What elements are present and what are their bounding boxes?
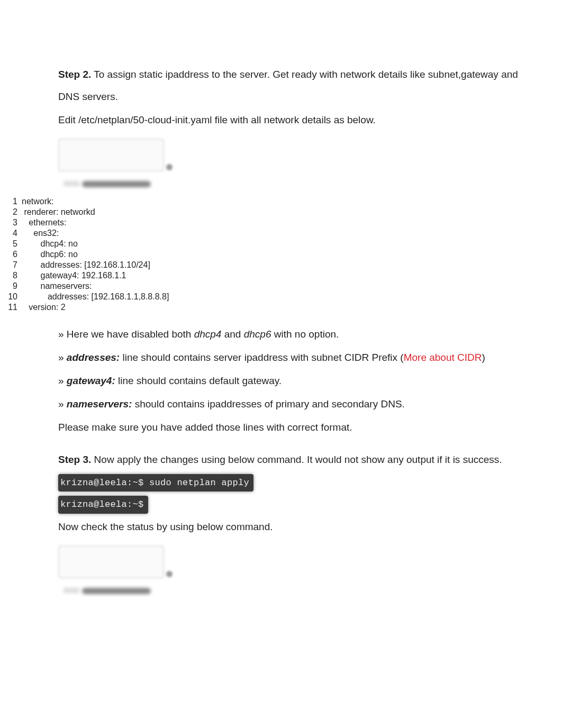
bullet2-pre: » [58,352,67,363]
step3-text1: Now apply the changes using below comman… [91,454,502,465]
bullet2-addresses: addresses: [67,352,120,363]
step2-label: Step 2. [58,69,91,80]
code-line: 11 version: 2 [3,302,562,313]
code-line: 4 ens32: [3,228,562,239]
bullet3-pre: » [58,375,67,386]
bullet4-post: should contains ipaddresses of primary a… [132,398,404,410]
bullet2-post: line should contains server ipaddress wi… [120,352,403,363]
step3-followup: Now check the status by using below comm… [58,516,530,538]
bullet1-pre: » Here we have disabled both [58,329,194,340]
bullet3-gateway4: gateway4: [67,375,115,386]
step3-label: Step 3. [58,454,91,465]
bullet2-after: ) [482,352,485,363]
netplan-config-code: 1network: 2 renderer: networkd 3 etherne… [3,196,562,313]
bullet1-mid: and [221,329,243,340]
cidr-link[interactable]: More about CIDR [404,352,482,363]
bullet1-post: with no option. [271,329,339,340]
code-line: 5 dhcp4: no [3,239,562,249]
bullet4-nameservers: nameservers: [67,398,132,410]
code-line: 10 addresses: [192.168.1.1,8.8.8.8] [3,292,562,302]
step3-intro: Step 3. Now apply the changes using belo… [58,449,530,471]
step2-intro: Step 2. To assign static ipaddress to th… [58,63,530,131]
code-line: 9 nameservers: [3,281,562,292]
explanation-block: » Here we have disabled both dhcp4 and d… [58,323,530,438]
step3-text2: Now check the status by using below comm… [58,516,530,538]
code-line: 8 gateway4: 192.168.1.1 [3,270,562,281]
code-line: 2 renderer: networkd [3,207,562,217]
code-line: 7 addresses: [192.168.1.10/24] [3,260,562,270]
step2-text2: Edit /etc/netplan/50-cloud-init.yaml fil… [58,109,530,131]
bullet1-dhcp4: dhcp4 [194,329,222,340]
bullet5-note: Please make sure you have added those li… [58,416,530,439]
code-line: 6 dhcp6: no [3,249,562,260]
terminal-command-2: krizna@leela:~$ [58,496,148,513]
code-line: 1network: [3,196,562,207]
step2-text1: To assign static ipaddress to the server… [58,69,518,102]
bullet4-pre: » [58,398,67,410]
terminal-command-1: krizna@leela:~$ sudo netplan apply [58,474,253,492]
screenshot-placeholder-2 [58,545,169,595]
screenshot-placeholder-1 [58,139,169,188]
code-line: 3 ethernets: [3,217,562,228]
bullet3-post: line should contains default gateway. [115,375,282,386]
bullet1-dhcp6: dhcp6 [244,329,271,340]
